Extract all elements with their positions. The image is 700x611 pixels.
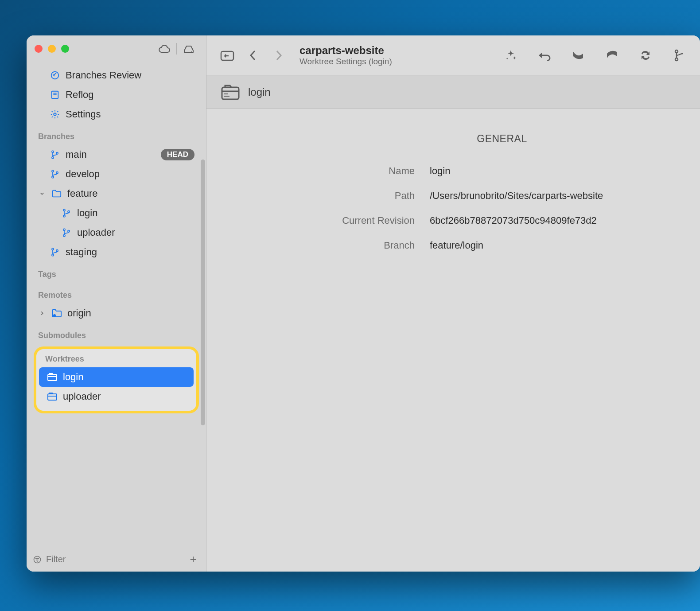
folder-icon xyxy=(51,188,62,199)
branch-icon xyxy=(50,149,60,160)
filter-input[interactable] xyxy=(46,554,182,564)
svg-point-0 xyxy=(191,51,192,52)
reflog-icon xyxy=(50,90,60,100)
section-remotes-header: Remotes xyxy=(32,283,201,304)
filter-icon xyxy=(33,555,42,564)
field-row-branch: Branch feature/login xyxy=(224,240,682,251)
section-worktrees-header: Worktrees xyxy=(39,352,194,367)
section-tags-header: Tags xyxy=(32,262,201,283)
section-submodules-header: Submodules xyxy=(32,323,201,344)
svg-point-18 xyxy=(52,248,54,250)
maximize-window-button[interactable] xyxy=(61,45,69,53)
sidebar-worktree-login[interactable]: login xyxy=(39,367,194,387)
worktree-icon xyxy=(47,372,58,382)
undo-icon[interactable] xyxy=(533,46,556,65)
field-value-revision: 6bcf266b78872073d750c94809fe73d2 xyxy=(430,215,597,226)
titlebar xyxy=(27,35,206,62)
nav-back-button[interactable] xyxy=(242,46,264,65)
worktrees-highlight: Worktrees login uploader xyxy=(34,346,199,413)
app-window: Branches Review Reflog Settings Branches xyxy=(27,35,700,572)
add-button[interactable]: + xyxy=(187,553,200,566)
field-label: Branch xyxy=(224,240,415,251)
svg-point-12 xyxy=(63,209,65,211)
sync-icon[interactable] xyxy=(634,46,657,65)
gear-icon xyxy=(50,109,60,120)
sidebar-folder-feature[interactable]: feature xyxy=(32,184,201,203)
field-label: Path xyxy=(224,190,415,202)
sidebar-scrollbar[interactable] xyxy=(201,160,205,425)
branch-icon xyxy=(50,247,60,257)
field-row-revision: Current Revision 6bcf266b78872073d750c94… xyxy=(224,215,682,226)
sparkle-icon[interactable] xyxy=(500,46,522,65)
chevron-down-icon xyxy=(38,190,46,198)
branch-icon xyxy=(50,169,60,179)
sidebar-branch-main[interactable]: main HEAD xyxy=(32,145,201,164)
branch-label: login xyxy=(77,207,97,219)
repo-subtitle: Worktree Settings (login) xyxy=(299,57,392,66)
sidebar-item-label: Settings xyxy=(66,109,101,120)
minimize-window-button[interactable] xyxy=(48,45,56,53)
details-content: GENERAL Name login Path /Users/brunobrit… xyxy=(206,109,700,288)
field-value-branch: feature/login xyxy=(430,240,483,251)
svg-point-16 xyxy=(63,235,65,237)
svg-point-7 xyxy=(52,157,54,159)
svg-rect-22 xyxy=(48,374,57,381)
breadcrumb[interactable]: carparts-website Worktree Settings (logi… xyxy=(299,44,392,66)
sidebar-item-label: Branches Review xyxy=(66,70,141,81)
subheader: login xyxy=(206,75,700,109)
window-controls xyxy=(35,45,69,53)
sidebar-item-settings[interactable]: Settings xyxy=(32,105,201,124)
sidebar: Branches Review Reflog Settings Branches xyxy=(27,35,206,572)
branch-icon xyxy=(61,227,72,238)
svg-point-30 xyxy=(675,58,678,61)
field-row-name: Name login xyxy=(224,165,682,177)
branches-review-icon xyxy=(50,70,60,81)
svg-rect-23 xyxy=(48,394,57,400)
main-panel: carparts-website Worktree Settings (logi… xyxy=(206,35,700,572)
chevron-right-icon xyxy=(38,309,46,317)
stash-up-icon[interactable] xyxy=(601,46,623,65)
sidebar-item-branches-review[interactable]: Branches Review xyxy=(32,66,201,85)
svg-point-17 xyxy=(68,230,70,232)
sidebar-scroll[interactable]: Branches Review Reflog Settings Branches xyxy=(27,62,206,547)
svg-point-9 xyxy=(52,170,54,172)
sidebar-footer: + xyxy=(27,547,206,572)
worktree-icon xyxy=(221,83,240,101)
sidebar-branch-develop[interactable]: develop xyxy=(32,164,201,184)
worktree-label: uploader xyxy=(63,391,101,402)
sidebar-remote-origin[interactable]: origin xyxy=(32,304,201,323)
subheader-title: login xyxy=(248,86,271,98)
disk-icon[interactable] xyxy=(179,41,198,56)
merge-icon[interactable] xyxy=(668,46,690,65)
svg-point-21 xyxy=(53,314,56,317)
sidebar-item-label: Reflog xyxy=(66,89,94,101)
field-value-name: login xyxy=(430,165,450,177)
worktree-label: login xyxy=(63,371,83,383)
field-label: Name xyxy=(224,165,415,177)
svg-point-10 xyxy=(52,176,54,178)
svg-point-19 xyxy=(52,254,54,256)
svg-point-11 xyxy=(56,172,58,174)
stash-down-icon[interactable] xyxy=(567,46,589,65)
sidebar-branch-feature-uploader[interactable]: uploader xyxy=(32,223,201,242)
close-window-button[interactable] xyxy=(35,45,43,53)
svg-point-5 xyxy=(54,113,56,116)
folder-label: feature xyxy=(67,188,98,199)
worktree-icon xyxy=(47,391,58,402)
field-label: Current Revision xyxy=(224,215,415,226)
sidebar-worktree-uploader[interactable]: uploader xyxy=(39,387,194,406)
repo-title: carparts-website xyxy=(299,44,392,57)
svg-point-1 xyxy=(51,72,59,79)
sidebar-branch-staging[interactable]: staging xyxy=(32,242,201,262)
reveal-folder-button[interactable] xyxy=(216,46,238,65)
toolbar: carparts-website Worktree Settings (logi… xyxy=(206,35,700,75)
branch-label: main xyxy=(66,149,87,160)
svg-rect-31 xyxy=(222,87,239,99)
sidebar-item-reflog[interactable]: Reflog xyxy=(32,85,201,105)
cloud-icon[interactable] xyxy=(155,41,174,56)
nav-forward-button[interactable] xyxy=(268,46,290,65)
sidebar-branch-feature-login[interactable]: login xyxy=(32,203,201,223)
svg-point-6 xyxy=(52,151,54,152)
branch-label: staging xyxy=(66,246,97,258)
remote-label: origin xyxy=(67,307,91,319)
